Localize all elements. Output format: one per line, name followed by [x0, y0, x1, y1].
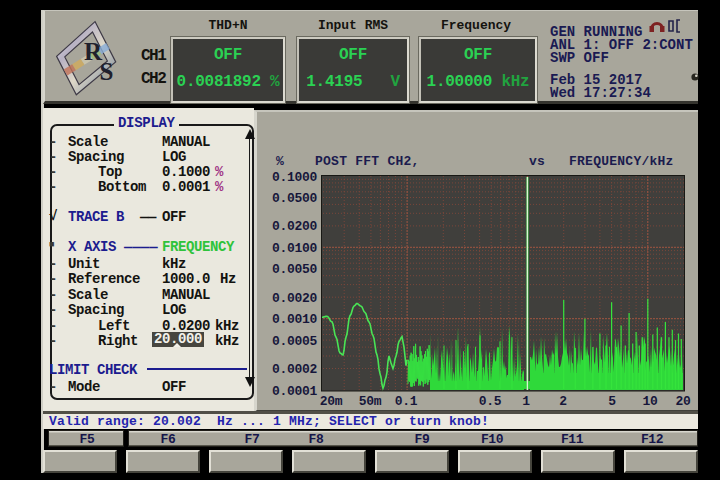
svg-text:S: S [100, 58, 114, 85]
